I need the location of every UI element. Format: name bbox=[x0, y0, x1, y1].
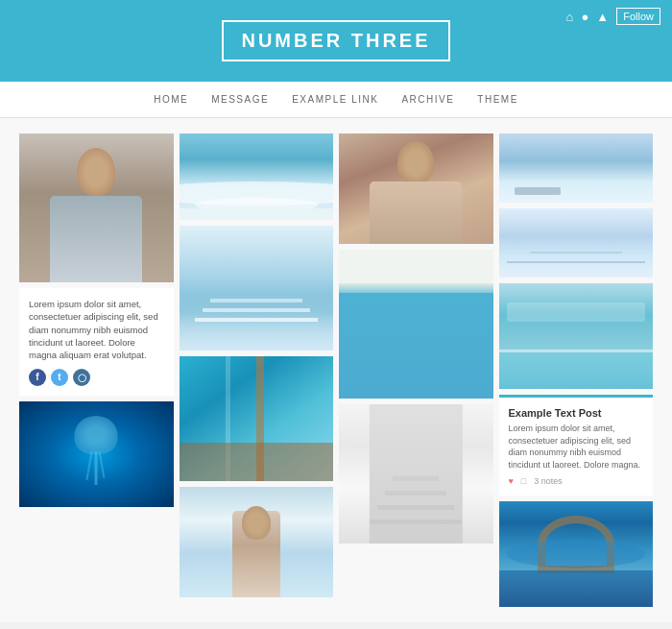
nav-message[interactable]: MESSAGE bbox=[211, 94, 269, 105]
home-icon[interactable]: ⌂ bbox=[566, 10, 574, 24]
social-icons: f t ◯ bbox=[29, 369, 164, 386]
user-icon[interactable]: ▲ bbox=[596, 10, 609, 24]
follow-button[interactable]: Follow bbox=[616, 8, 660, 25]
image-woman-portrait[interactable] bbox=[19, 133, 174, 282]
image-jellyfish[interactable] bbox=[19, 401, 174, 507]
post-footer: ♥ □ 3 notes bbox=[509, 476, 644, 486]
image-seascape-2[interactable] bbox=[499, 208, 654, 278]
twitter-icon[interactable]: t bbox=[51, 369, 68, 386]
column-1: Lorem ipsum dolor sit amet, consectetuer… bbox=[19, 133, 174, 607]
heart-icon[interactable]: ♥ bbox=[509, 476, 514, 486]
image-pool-stairs[interactable] bbox=[180, 226, 334, 351]
image-blue-corridor[interactable] bbox=[180, 356, 334, 481]
image-seascape-1[interactable] bbox=[499, 133, 654, 203]
notes-count: 3 notes bbox=[534, 476, 563, 486]
nav-example-link[interactable]: EXAMPLE LINK bbox=[292, 94, 378, 105]
column-2 bbox=[180, 133, 334, 607]
text-post-body: Lorem ipsum dolor sit amet, consectetuer… bbox=[29, 298, 164, 361]
image-white-stairs[interactable] bbox=[339, 404, 493, 544]
image-sea-waves[interactable] bbox=[180, 133, 334, 220]
facebook-icon[interactable]: f bbox=[29, 369, 46, 386]
navigation: HOME MESSAGE EXAMPLE LINK ARCHIVE THEME bbox=[0, 82, 672, 118]
image-pool-outdoor[interactable] bbox=[499, 283, 654, 389]
column-4: Example Text Post Lorem ipsum dolor sit … bbox=[499, 133, 654, 607]
comment-icon[interactable]: □ bbox=[521, 476, 526, 486]
grid: Lorem ipsum dolor sit amet, consectetuer… bbox=[19, 133, 653, 607]
nav-archive[interactable]: ARCHIVE bbox=[401, 94, 454, 105]
image-arch-sea[interactable] bbox=[499, 501, 654, 607]
main-content: Lorem ipsum dolor sit amet, consectetuer… bbox=[0, 118, 672, 622]
column-3 bbox=[339, 133, 493, 607]
image-pool-water[interactable] bbox=[339, 250, 493, 399]
header: ⌂ ● ▲ Follow NUMBER THREE bbox=[0, 0, 672, 82]
image-woman2[interactable] bbox=[339, 133, 493, 244]
post-title: Example Text Post bbox=[509, 407, 644, 419]
topbar-icons: ⌂ ● ▲ Follow bbox=[566, 8, 660, 25]
site-title: NUMBER THREE bbox=[222, 20, 449, 61]
example-text-post: Example Text Post Lorem ipsum dolor sit … bbox=[499, 395, 654, 496]
instagram-icon[interactable]: ◯ bbox=[73, 369, 90, 386]
nav-home[interactable]: HOME bbox=[154, 94, 188, 105]
text-post-1: Lorem ipsum dolor sit amet, consectetuer… bbox=[19, 288, 174, 396]
post-body: Lorem ipsum dolor sit amet, consectetuer… bbox=[509, 423, 644, 471]
image-bikini-girl[interactable] bbox=[180, 487, 334, 597]
search-icon[interactable]: ● bbox=[581, 10, 588, 24]
nav-theme[interactable]: THEME bbox=[477, 94, 518, 105]
